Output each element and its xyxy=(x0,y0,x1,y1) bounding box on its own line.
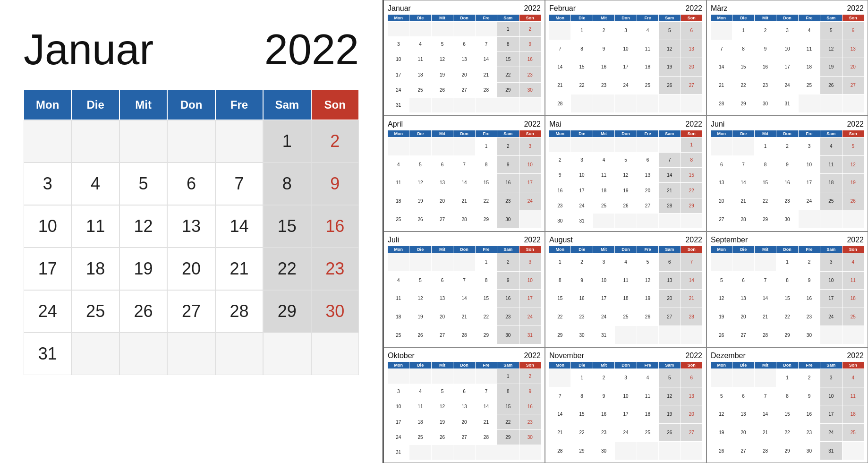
mini-cell xyxy=(681,214,702,228)
mini-cell: 25 xyxy=(820,192,842,210)
mini-cell: 26 xyxy=(637,308,658,326)
mini-cell: 1 xyxy=(476,137,497,155)
mini-cell: 6 xyxy=(681,22,702,40)
mini-cell xyxy=(637,137,658,152)
mini-day-label-son: Son xyxy=(681,15,702,21)
large-cal-cell: 9 xyxy=(311,163,359,205)
mini-cell xyxy=(755,369,776,387)
mini-cell xyxy=(432,98,453,112)
large-calendar: MonDieMitDonFreSamSon 123456789101112131… xyxy=(24,90,359,375)
mini-cell: 10 xyxy=(799,156,820,174)
mini-day-label-mon: Mon xyxy=(549,15,570,21)
mini-day-label-die: Die xyxy=(409,246,431,253)
mini-month-dezember: Dezember2022MonDieMitDonFreSamSon1234567… xyxy=(706,347,868,463)
mini-cell: 11 xyxy=(409,52,431,67)
mini-cell: 23 xyxy=(549,198,570,213)
mini-day-label-die: Die xyxy=(732,362,754,369)
mini-day-label-son: Son xyxy=(842,15,864,21)
mini-cell: 18 xyxy=(637,58,658,76)
month-title: Januar xyxy=(24,28,153,71)
mini-cell: 22 xyxy=(476,192,497,210)
large-cal-cell: 4 xyxy=(71,163,119,205)
mini-day-label-fre: Fre xyxy=(637,246,658,253)
mini-day-label-don: Don xyxy=(453,362,475,369)
mini-cell: 6 xyxy=(732,272,754,290)
mini-cell: 25 xyxy=(409,83,431,97)
mini-cell: 12 xyxy=(409,290,431,308)
mini-cell: 22 xyxy=(571,424,592,442)
mini-cell: 11 xyxy=(799,40,820,58)
mini-cell: 4 xyxy=(842,369,864,387)
mini-cell: 29 xyxy=(476,210,497,228)
mini-cell xyxy=(732,137,754,155)
mini-month-januar: Januar2022MonDieMitDonFreSamSon123456789… xyxy=(383,0,545,116)
mini-cell: 10 xyxy=(615,387,636,405)
mini-cell: 17 xyxy=(593,290,614,308)
mini-cell: 13 xyxy=(732,290,754,308)
mini-cell xyxy=(388,137,409,155)
mini-cell: 11 xyxy=(409,399,431,414)
mini-day-label-son: Son xyxy=(681,246,702,253)
mini-day-label-mit: Mit xyxy=(755,362,776,369)
mini-cell: 9 xyxy=(593,40,614,58)
mini-cell: 22 xyxy=(732,77,754,94)
mini-cell: 31 xyxy=(388,98,409,112)
mini-cell xyxy=(637,442,658,460)
mini-cell xyxy=(453,22,475,36)
mini-day-label-fre: Fre xyxy=(799,246,820,253)
mini-cell xyxy=(409,22,431,36)
mini-cell: 27 xyxy=(453,83,475,97)
large-cal-cell xyxy=(24,120,71,163)
mini-day-label-mit: Mit xyxy=(755,246,776,253)
mini-cell: 1 xyxy=(571,22,592,40)
mini-cell: 15 xyxy=(549,290,570,308)
mini-cell: 30 xyxy=(497,210,519,228)
mini-year: 2022 xyxy=(524,120,541,129)
mini-day-label-sam: Sam xyxy=(659,130,680,137)
mini-cell: 16 xyxy=(799,290,820,308)
mini-cell: 13 xyxy=(681,387,702,405)
mini-cell xyxy=(453,137,475,155)
large-cal-cell: 24 xyxy=(24,290,71,333)
mini-day-label-son: Son xyxy=(842,246,864,253)
large-cal-cell: 20 xyxy=(167,248,215,290)
mini-cell: 15 xyxy=(732,58,754,76)
mini-cell: 2 xyxy=(549,153,570,167)
mini-cell: 20 xyxy=(681,58,702,76)
mini-cell: 9 xyxy=(497,156,519,174)
mini-cell: 28 xyxy=(549,442,570,460)
mini-cell: 23 xyxy=(776,192,798,210)
large-cal-cell: 21 xyxy=(215,248,263,290)
mini-cell: 20 xyxy=(453,67,475,82)
large-cal-cell: 23 xyxy=(311,248,359,290)
mini-cell: 21 xyxy=(476,67,497,82)
mini-cell: 25 xyxy=(842,424,864,442)
mini-days-header: MonDieMitDonFreSamSon xyxy=(388,130,541,137)
mini-day-label-mon: Mon xyxy=(549,130,570,137)
mini-cell xyxy=(711,22,732,40)
mini-cell: 9 xyxy=(593,387,614,405)
mini-days-header: MonDieMitDonFreSamSon xyxy=(711,362,864,369)
mini-cell: 3 xyxy=(388,384,409,399)
mini-cell: 21 xyxy=(711,77,732,94)
mini-cell: 9 xyxy=(776,156,798,174)
mini-cell: 4 xyxy=(388,156,409,174)
mini-cell xyxy=(549,137,570,152)
large-cal-cell xyxy=(71,120,119,163)
mini-cell: 14 xyxy=(732,174,754,192)
mini-day-label-sam: Sam xyxy=(820,15,842,21)
mini-cell: 3 xyxy=(615,22,636,40)
mini-cell: 15 xyxy=(571,405,592,423)
mini-cell: 5 xyxy=(659,369,680,387)
mini-cell: 27 xyxy=(732,442,754,460)
mini-cell: 9 xyxy=(755,40,776,58)
mini-cell: 6 xyxy=(453,37,475,51)
mini-cell: 16 xyxy=(497,174,519,192)
mini-cell: 4 xyxy=(615,253,636,271)
mini-cell: 15 xyxy=(776,405,798,423)
mini-cell: 9 xyxy=(799,272,820,290)
mini-cell: 31 xyxy=(820,442,842,460)
mini-cell xyxy=(732,369,754,387)
mini-cell: 14 xyxy=(453,290,475,308)
mini-cell: 12 xyxy=(659,387,680,405)
